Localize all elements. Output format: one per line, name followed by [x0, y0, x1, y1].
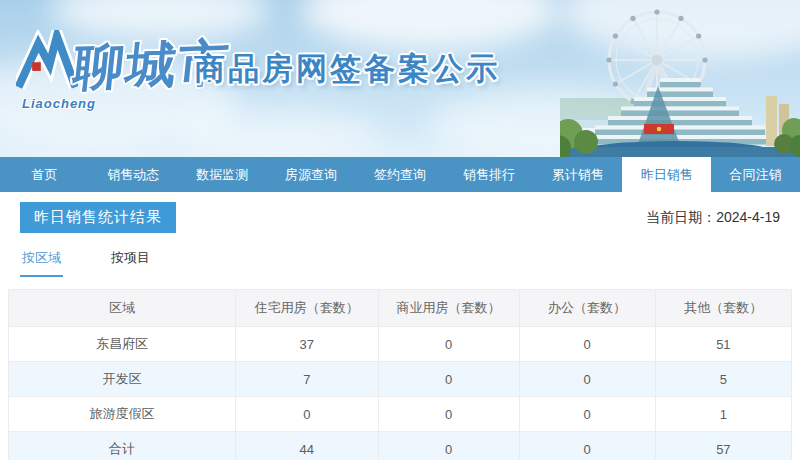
region-cell: 东昌府区 — [9, 327, 236, 362]
column-header: 区域 — [9, 290, 236, 327]
stats-table: 区域住宅用房（套数）商业用房（套数）办公（套数）其他（套数） 东昌府区37005… — [8, 289, 792, 460]
value-cell: 37 — [236, 327, 379, 362]
nav-item-signing-query[interactable]: 签约查询 — [356, 157, 445, 192]
nav-item-yesterday-sales[interactable]: 昨日销售 — [622, 157, 711, 192]
value-cell: 57 — [655, 432, 791, 460]
cloud-decoration — [300, 0, 560, 50]
value-cell: 0 — [519, 397, 655, 432]
value-cell: 0 — [519, 432, 655, 460]
value-cell: 0 — [378, 362, 519, 397]
title-row: 昨日销售统计结果 当前日期：2024-4-19 — [20, 202, 780, 233]
value-cell: 0 — [519, 327, 655, 362]
column-header: 商业用房（套数） — [378, 290, 519, 327]
page-title: 昨日销售统计结果 — [20, 202, 176, 233]
table-row: 开发区7005 — [9, 362, 792, 397]
nav-item-data-monitoring[interactable]: 数据监测 — [178, 157, 267, 192]
region-cell: 合计 — [9, 432, 236, 460]
region-cell: 旅游度假区 — [9, 397, 236, 432]
nav-item-home[interactable]: 首页 — [0, 157, 89, 192]
nav-item-sales-ranking[interactable]: 销售排行 — [444, 157, 533, 192]
banner-title: 商品房网签备案公示 — [194, 48, 500, 90]
nav-item-contract-cancellation[interactable]: 合同注销 — [711, 157, 800, 192]
value-cell: 1 — [655, 397, 791, 432]
table-body: 东昌府区370051开发区7005旅游度假区0001合计440057 — [9, 327, 792, 460]
table-row: 东昌府区370051 — [9, 327, 792, 362]
value-cell: 0 — [378, 327, 519, 362]
tab-by-project[interactable]: 按项目 — [109, 249, 152, 277]
region-cell: 开发区 — [9, 362, 236, 397]
table-row: 旅游度假区0001 — [9, 397, 792, 432]
column-header: 其他（套数） — [655, 290, 791, 327]
tab-by-region[interactable]: 按区域 — [20, 249, 63, 277]
table-row: 合计440057 — [9, 432, 792, 460]
table-header-row: 区域住宅用房（套数）商业用房（套数）办公（套数）其他（套数） — [9, 290, 792, 327]
stats-table-wrap: 区域住宅用房（套数）商业用房（套数）办公（套数）其他（套数） 东昌府区37005… — [8, 289, 792, 460]
nav-item-sales-dynamics[interactable]: 销售动态 — [89, 157, 178, 192]
value-cell: 0 — [519, 362, 655, 397]
value-cell: 44 — [236, 432, 379, 460]
liaocheng-logo-icon — [16, 30, 78, 92]
value-cell: 0 — [378, 432, 519, 460]
value-cell: 5 — [655, 362, 791, 397]
ferris-wheel-building-illustration — [560, 0, 800, 157]
current-date-label: 当前日期： — [646, 209, 716, 225]
current-date: 当前日期：2024-4-19 — [646, 209, 780, 227]
nav-item-cumulative-sales[interactable]: 累计销售 — [533, 157, 622, 192]
banner: Liaocheng 聊城市 商品房网签备案公示 — [0, 0, 800, 157]
current-date-value: 2024-4-19 — [716, 209, 780, 225]
value-cell: 0 — [378, 397, 519, 432]
nav: 首页销售动态数据监测房源查询签约查询销售排行累计销售昨日销售合同注销 — [0, 157, 800, 192]
nav-item-listing-query[interactable]: 房源查询 — [267, 157, 356, 192]
value-cell: 51 — [655, 327, 791, 362]
tabs: 按区域按项目 — [20, 249, 780, 277]
value-cell: 7 — [236, 362, 379, 397]
column-header: 住宅用房（套数） — [236, 290, 379, 327]
column-header: 办公（套数） — [519, 290, 655, 327]
cloud-decoration — [180, 110, 380, 157]
value-cell: 0 — [236, 397, 379, 432]
